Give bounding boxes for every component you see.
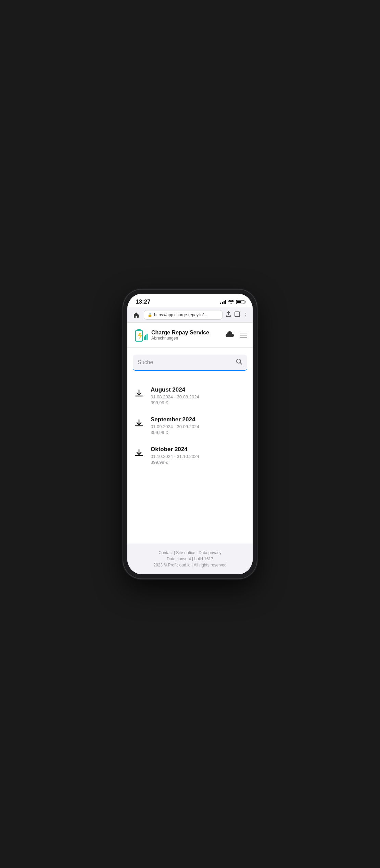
url-text: https://app.charge-repay.io/... xyxy=(154,312,219,317)
status-time: 13:27 xyxy=(136,298,150,305)
tab-button[interactable] xyxy=(234,311,240,319)
search-wrapper xyxy=(133,355,247,371)
footer-data-privacy-link[interactable]: Data privacy xyxy=(199,550,221,555)
app-subtitle: Abrechnungen xyxy=(151,336,209,341)
invoice-list: August 2024 01.08.2024 - 30.08.2024 399,… xyxy=(127,374,253,544)
invoice-item[interactable]: Oktober 2024 01.10.2024 - 31.10.2024 399… xyxy=(133,441,247,470)
lock-icon: 🔒 xyxy=(148,313,152,317)
invoice-title: August 2024 xyxy=(151,386,199,393)
share-button[interactable] xyxy=(225,311,231,319)
invoice-details: August 2024 01.08.2024 - 30.08.2024 399,… xyxy=(151,386,199,405)
app-header-left: Charge Repay Service Abrechnungen xyxy=(133,328,209,343)
svg-rect-0 xyxy=(235,312,240,317)
invoice-amount: 399,99 € xyxy=(151,430,199,435)
app-header-text: Charge Repay Service Abrechnungen xyxy=(151,330,209,341)
invoice-item[interactable]: August 2024 01.08.2024 - 30.08.2024 399,… xyxy=(133,381,247,411)
wifi-icon xyxy=(228,299,234,305)
app-footer: Contact | Site notice | Data privacy Dat… xyxy=(127,544,253,574)
footer-contact-link[interactable]: Contact xyxy=(159,550,173,555)
invoice-date: 01.09.2024 - 30.09.2024 xyxy=(151,424,199,429)
footer-build: Data consent | build 1617 xyxy=(133,557,247,561)
svg-rect-3 xyxy=(137,329,141,331)
download-icon xyxy=(133,387,145,399)
invoice-amount: 399,99 € xyxy=(151,460,199,465)
invoice-date: 01.08.2024 - 30.08.2024 xyxy=(151,394,199,399)
browser-home-button[interactable] xyxy=(131,310,141,320)
signal-icon xyxy=(220,300,226,304)
browser-bar: 🔒 https://app.charge-repay.io/... ⋮ xyxy=(127,307,253,323)
browser-url-bar[interactable]: 🔒 https://app.charge-repay.io/... xyxy=(144,310,223,320)
footer-copyright: 2023 © Proficloud.io | All rights reserv… xyxy=(133,563,247,567)
phone-screen: 13:27 xyxy=(127,294,253,574)
svg-rect-6 xyxy=(147,334,148,340)
invoice-item[interactable]: September 2024 01.09.2024 - 30.09.2024 3… xyxy=(133,411,247,441)
svg-rect-4 xyxy=(144,336,145,340)
invoice-title: September 2024 xyxy=(151,416,199,423)
invoice-amount: 399,99 € xyxy=(151,400,199,405)
invoice-date: 01.10.2024 - 31.10.2024 xyxy=(151,454,199,459)
cloud-icon[interactable] xyxy=(225,331,234,340)
battery-icon xyxy=(236,300,244,304)
footer-links: Contact | Site notice | Data privacy xyxy=(133,550,247,555)
footer-site-notice-link[interactable]: Site notice xyxy=(176,550,195,555)
browser-actions: ⋮ xyxy=(225,311,249,319)
hamburger-menu-button[interactable] xyxy=(240,333,247,337)
download-icon xyxy=(133,417,145,429)
search-container xyxy=(127,348,253,374)
app-content: Charge Repay Service Abrechnungen xyxy=(127,323,253,574)
app-title: Charge Repay Service xyxy=(151,330,209,336)
app-header: Charge Repay Service Abrechnungen xyxy=(127,323,253,348)
invoice-details: Oktober 2024 01.10.2024 - 31.10.2024 399… xyxy=(151,446,199,465)
app-logo xyxy=(133,328,148,343)
app-header-right xyxy=(225,331,247,340)
download-icon xyxy=(133,447,145,459)
status-bar: 13:27 xyxy=(127,294,253,307)
phone-device: 13:27 xyxy=(123,290,257,578)
status-icons xyxy=(220,299,244,305)
svg-rect-5 xyxy=(145,335,146,340)
search-button[interactable] xyxy=(236,358,242,367)
more-button[interactable]: ⋮ xyxy=(243,312,249,318)
invoice-details: September 2024 01.09.2024 - 30.09.2024 3… xyxy=(151,416,199,435)
search-input[interactable] xyxy=(138,359,236,366)
invoice-title: Oktober 2024 xyxy=(151,446,199,453)
